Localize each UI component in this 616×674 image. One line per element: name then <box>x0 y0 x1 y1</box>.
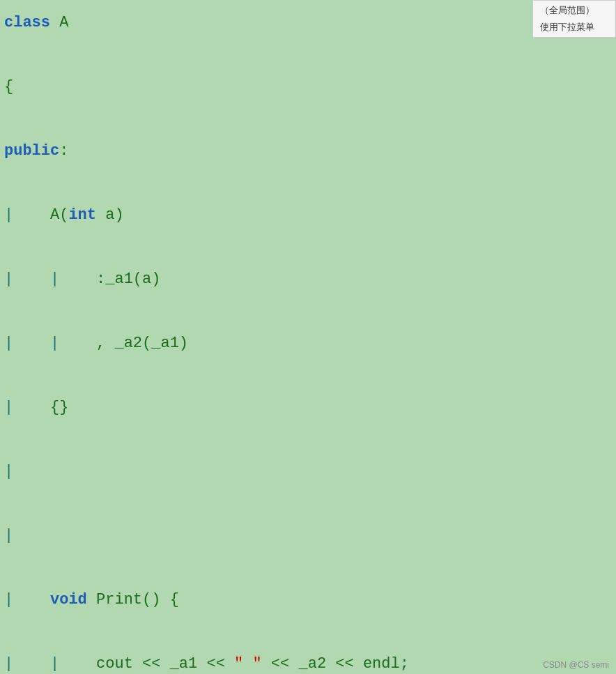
dropdown-item-1[interactable]: （全局范围） <box>533 2 615 19</box>
dropdown-item-2[interactable]: 使用下拉菜单 <box>533 19 615 36</box>
code-block: class A { public: | A(int a) | | :_a1(a)… <box>0 0 616 674</box>
dropdown-menu[interactable]: （全局范围） 使用下拉菜单 <box>532 0 616 38</box>
code-background: （全局范围） 使用下拉菜单 class A { public: | A(int … <box>0 0 616 674</box>
watermark: CSDN @CS semi <box>543 660 609 670</box>
